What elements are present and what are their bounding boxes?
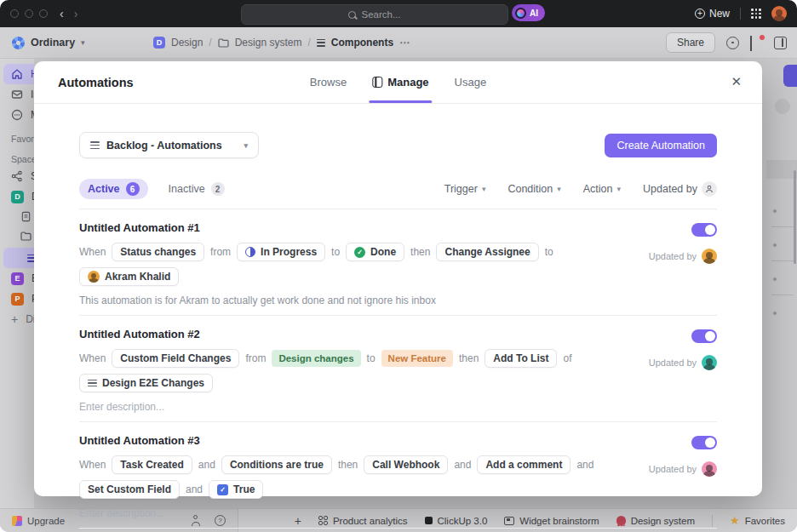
automation-row-controls: Updated by <box>639 220 717 306</box>
search-input[interactable]: Search... <box>241 4 508 25</box>
connector-word: then <box>410 246 430 258</box>
chip-label: Status changes <box>120 246 196 258</box>
automation-chip[interactable]: ✓True <box>209 480 263 499</box>
sidebar-section-spaces[interactable]: Spaces <box>0 146 34 166</box>
automation-description[interactable]: Enter description... <box>79 507 639 519</box>
background-scrollbar[interactable] <box>794 170 796 264</box>
automation-chip[interactable]: Task Created <box>112 455 192 474</box>
sidebar-item-inbox[interactable]: Inbox <box>0 84 34 105</box>
automation-description[interactable]: This automation is for Akram to actually… <box>79 295 639 306</box>
sidebar-item-doc[interactable] <box>0 207 34 227</box>
automation-chip[interactable]: Change Assignee <box>436 243 538 261</box>
updated-by: Updated by <box>649 355 717 370</box>
automation-chip[interactable]: ✓Done <box>346 243 404 261</box>
automation-row-controls: Updated by <box>639 326 717 413</box>
field-value-tag[interactable]: Design changes <box>272 350 360 367</box>
create-automation-button[interactable]: Create Automation <box>605 134 717 157</box>
manage-icon <box>372 77 382 88</box>
close-icon[interactable]: ✕ <box>731 75 742 88</box>
workspace-switcher[interactable]: Ordinary ▾ <box>12 37 85 49</box>
updated-by-avatar[interactable] <box>702 355 717 370</box>
zoom-window-button[interactable] <box>39 9 48 18</box>
automation-title[interactable]: Untitled Automation #3 <box>79 434 639 447</box>
workspace-name: Ordinary <box>31 37 75 49</box>
sidebar-section-favorites[interactable]: Favorites <box>0 125 34 146</box>
tab-manage[interactable]: Manage <box>372 61 428 103</box>
background-dot <box>773 243 777 247</box>
filter-condition[interactable]: Condition▾ <box>507 183 560 195</box>
sidebar-item-space-p[interactable]: P Product <box>0 289 34 309</box>
modal-header: Automations Browse Manage Usage ✕ <box>34 61 762 104</box>
updated-by-label: Updated by <box>649 464 697 474</box>
app-grid-icon[interactable] <box>751 9 761 19</box>
chevron-down-icon: ▾ <box>244 141 248 150</box>
breadcrumb-space[interactable]: Design <box>171 37 203 49</box>
sidebar-item-more[interactable]: More <box>0 105 34 125</box>
chip-label: Add a comment <box>485 459 562 471</box>
sidebar-item-home[interactable]: Home <box>3 64 34 84</box>
tab-inactive[interactable]: Inactive 2 <box>160 179 233 199</box>
automation-chip[interactable]: Call Webhook <box>364 455 448 474</box>
forward-icon[interactable]: › <box>74 8 78 20</box>
sidebar-item-space-e[interactable]: E Engineering <box>0 268 34 289</box>
automation-status-icon[interactable] <box>726 37 739 49</box>
tab-browse[interactable]: Browse <box>310 61 347 103</box>
chip-label: Akram Khalid <box>105 271 170 283</box>
filter-action[interactable]: Action▾ <box>583 183 621 195</box>
sidebar-item-design-space[interactable]: D Design <box>0 186 34 207</box>
automation-title[interactable]: Untitled Automation #1 <box>79 221 639 234</box>
updated-by: Updated by <box>649 461 717 477</box>
automation-description[interactable]: Enter description... <box>79 401 639 413</box>
sidebar-item-shared[interactable]: Shared <box>0 166 34 186</box>
close-window-button[interactable] <box>10 9 19 18</box>
automation-chip[interactable]: Status changes <box>112 243 204 261</box>
filter-updated-by[interactable]: Updated by <box>643 181 717 197</box>
automation-toggle[interactable] <box>691 436 717 449</box>
tab-active[interactable]: Active 6 <box>79 179 148 199</box>
automation-toggle[interactable] <box>691 329 717 343</box>
filter-trigger[interactable]: Trigger▾ <box>444 183 486 195</box>
back-icon[interactable]: ‹ <box>60 8 64 20</box>
automation-chip[interactable]: Akram Khalid <box>79 267 179 286</box>
chevron-down-icon: ▾ <box>81 38 85 47</box>
automation-chip[interactable]: Set Custom Field <box>79 480 180 499</box>
automation-row: Untitled Automation #3WhenTask Createdan… <box>79 422 717 529</box>
sidebar-item-add[interactable]: + Di <box>0 309 34 329</box>
user-avatar[interactable] <box>771 6 787 21</box>
minimize-window-button[interactable] <box>25 9 33 18</box>
notification-dot <box>760 35 765 40</box>
automation-chip[interactable]: In Progress <box>237 243 325 261</box>
automation-title[interactable]: Untitled Automation #2 <box>79 328 639 340</box>
gift-icon <box>12 516 22 526</box>
more-icon[interactable]: ⋯ <box>399 37 410 49</box>
automation-row: Untitled Automation #2WhenCustom Field C… <box>79 316 717 422</box>
automation-sentence: WhenStatus changesfromIn Progressto✓Done… <box>79 243 639 286</box>
notifications-icon[interactable] <box>750 37 763 49</box>
field-value-tag[interactable]: New Feature <box>381 350 453 367</box>
chevron-down-icon: ▾ <box>482 185 486 193</box>
ai-button[interactable]: AI <box>512 4 545 21</box>
automation-chip[interactable]: Custom Field Changes <box>112 349 239 368</box>
automation-chip[interactable]: Conditions are true <box>221 455 332 474</box>
automation-toggle[interactable] <box>691 223 717 237</box>
tab-usage[interactable]: Usage <box>455 61 487 103</box>
automation-chip[interactable]: Add a comment <box>477 455 571 474</box>
connector-word: then <box>459 352 479 364</box>
automation-chip[interactable]: Add To List <box>485 349 557 368</box>
automation-row-content: Untitled Automation #2WhenCustom Field C… <box>79 326 639 413</box>
window-controls[interactable] <box>10 9 48 18</box>
divider <box>740 8 741 20</box>
sidebar-toggle-icon[interactable] <box>774 37 787 49</box>
sidebar-item-folder[interactable] <box>0 227 34 248</box>
chip-label: Add To List <box>493 352 548 364</box>
breadcrumb-folder[interactable]: Design system <box>235 37 302 49</box>
updated-by-avatar[interactable] <box>702 461 717 477</box>
automation-chip[interactable]: Design E2E Changes <box>79 374 213 392</box>
sidebar-item-components-list[interactable] <box>3 248 34 268</box>
location-dropdown[interactable]: Backlog - Automations ▾ <box>79 132 259 158</box>
share-button[interactable]: Share <box>666 32 715 53</box>
list-icon <box>317 39 325 47</box>
updated-by-avatar[interactable] <box>702 249 717 264</box>
new-button[interactable]: + New <box>695 8 730 20</box>
breadcrumb-list[interactable]: Components <box>331 37 393 49</box>
